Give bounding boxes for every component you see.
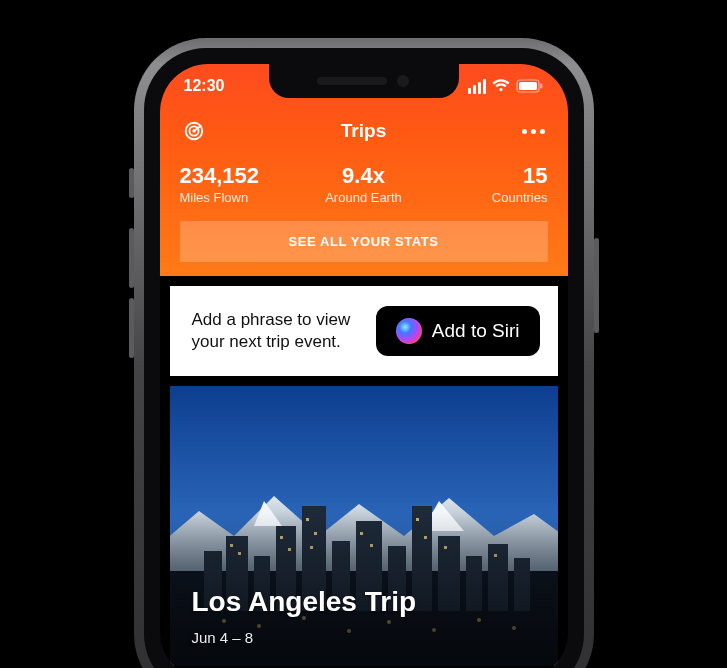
svg-rect-1 [519, 82, 537, 90]
siri-prompt-text: Add a phrase to view your next trip even… [192, 309, 362, 353]
battery-icon [516, 79, 544, 93]
trip-card-los-angeles[interactable]: Los Angeles Trip Jun 4 – 8 [170, 386, 558, 666]
device-screen: 12:30 [160, 64, 568, 668]
add-to-siri-button[interactable]: Add to Siri [376, 306, 540, 356]
see-all-stats-button[interactable]: SEE ALL YOUR STATS [180, 221, 548, 262]
stat-label: Miles Flown [180, 190, 297, 205]
stat-miles-flown[interactable]: 234,152 Miles Flown [180, 164, 297, 205]
stats-row: 234,152 Miles Flown 9.4x Around Earth 15… [180, 164, 548, 205]
trip-title: Los Angeles Trip [192, 586, 417, 618]
nav-bar: Trips [180, 120, 548, 142]
volume-down-button [129, 298, 134, 358]
stat-label: Countries [430, 190, 547, 205]
stat-label: Around Earth [305, 190, 422, 205]
power-button [594, 238, 599, 333]
stat-value: 234,152 [180, 164, 297, 188]
volume-up-button [129, 228, 134, 288]
stat-around-earth[interactable]: 9.4x Around Earth [305, 164, 422, 205]
siri-button-label: Add to Siri [432, 320, 520, 342]
more-icon[interactable] [520, 129, 548, 134]
silence-switch [129, 168, 134, 198]
trip-dates: Jun 4 – 8 [192, 629, 254, 646]
status-time: 12:30 [184, 77, 225, 95]
wifi-icon [492, 79, 510, 93]
device-notch [269, 64, 459, 98]
trip-photo-overlay [170, 386, 558, 666]
radar-icon[interactable] [180, 120, 208, 142]
stat-value: 15 [430, 164, 547, 188]
stat-value: 9.4x [305, 164, 422, 188]
cellular-signal-icon [468, 79, 486, 94]
page-title: Trips [341, 120, 386, 142]
stat-countries[interactable]: 15 Countries [430, 164, 547, 205]
iphone-device-frame: 12:30 [134, 38, 594, 668]
svg-rect-2 [540, 84, 542, 89]
add-to-siri-card: Add a phrase to view your next trip even… [170, 286, 558, 376]
siri-orb-icon [396, 318, 422, 344]
status-right-cluster [468, 79, 544, 94]
